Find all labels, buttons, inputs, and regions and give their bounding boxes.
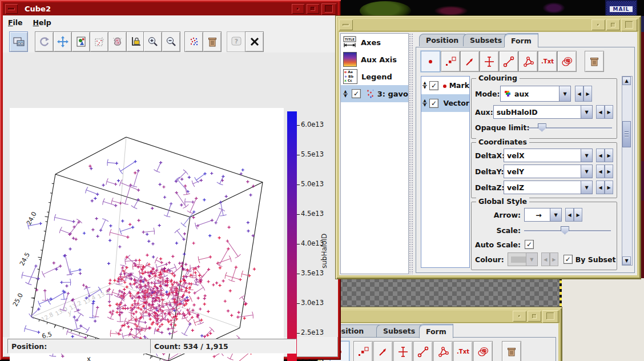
help-button[interactable]: ? (227, 31, 245, 52)
next-button[interactable]: ▶ (605, 181, 613, 194)
delete-layer-button[interactable] (203, 31, 222, 52)
prev-button[interactable]: ◀ (596, 149, 605, 162)
deltaz-combo[interactable]: velZ▼ (504, 181, 593, 194)
zoom-in-button[interactable] (143, 31, 162, 52)
mode-combo[interactable]: aux ▼ (500, 86, 571, 102)
mail-desktop-icon[interactable]: MAIL (605, 0, 637, 18)
lock-axes-button[interactable] (126, 31, 145, 52)
maximize-button[interactable] (528, 311, 541, 322)
next-button[interactable]: ▶ (605, 149, 613, 162)
cube2-titlebar[interactable]: Cube2 (3, 2, 338, 15)
tab-subsets[interactable]: Subsets (463, 34, 509, 46)
size-form-button[interactable] (441, 51, 460, 72)
settings-scrollbar[interactable]: ▲ ▼ (622, 76, 633, 266)
window-menu-button[interactable] (339, 19, 353, 30)
scale-slider[interactable] (524, 226, 611, 235)
plot-canvas[interactable]: 12.813.013.213.413.6y24.024.525.06.57.07… (10, 108, 284, 361)
arrow-combo[interactable]: →▼ (524, 208, 562, 222)
contour-form-button[interactable] (557, 51, 577, 72)
next-button[interactable]: ▶ (605, 105, 613, 119)
dropdown-arrow-icon[interactable]: ▼ (581, 106, 592, 118)
size-form-button[interactable] (353, 341, 373, 361)
opaque-limit-slider[interactable] (528, 123, 612, 133)
iconify-button[interactable] (292, 4, 304, 14)
form-item-mark[interactable]: ▲▼ ✓ Mark (421, 77, 469, 94)
reorder-handle-icon[interactable]: ▲▼ (422, 82, 427, 89)
form-item-vector[interactable]: ▲▼ ✓ Vector (421, 94, 469, 112)
reorder-handle-icon[interactable]: ▲▼ (422, 99, 427, 107)
mark-enabled-checkbox[interactable]: ✓ (429, 81, 438, 90)
error-form-button[interactable] (393, 341, 413, 361)
tab-form[interactable]: Form (504, 33, 538, 47)
vector-enabled-checkbox[interactable]: ✓ (429, 99, 438, 108)
deltay-combo[interactable]: velY▼ (504, 165, 593, 178)
reorder-handle-icon[interactable]: ▲▼ (343, 90, 348, 98)
prev-button[interactable]: ◀ (565, 208, 574, 222)
label-form-button[interactable]: .Txt (538, 51, 557, 72)
prev-button[interactable]: ◀ (596, 165, 605, 178)
tab-form[interactable]: Form (419, 324, 453, 338)
restore-button[interactable] (621, 19, 637, 31)
vector-form-button[interactable] (373, 341, 393, 361)
prev-button[interactable]: ◀ (596, 181, 605, 194)
replot-button[interactable] (35, 31, 54, 52)
splitter-handle[interactable] (409, 33, 414, 274)
restore-button[interactable] (321, 3, 336, 15)
iconify-button[interactable] (513, 311, 526, 322)
menu-help[interactable]: Help (28, 17, 57, 29)
dropdown-arrow-icon[interactable]: ▼ (559, 86, 570, 101)
layer-visible-checkbox[interactable]: ✓ (352, 89, 361, 98)
pan-button[interactable] (53, 31, 72, 52)
blob-region-button[interactable] (108, 31, 127, 52)
auto-scale-checkbox[interactable]: ✓ (525, 240, 534, 249)
visible-subset-button[interactable] (184, 31, 203, 52)
bottom-window-titlebar[interactable] (320, 310, 560, 323)
link3-form-button[interactable] (433, 341, 453, 361)
dropdown-arrow-icon[interactable]: ▼ (581, 165, 592, 178)
link2-form-button[interactable] (413, 341, 433, 361)
close-button[interactable] (245, 31, 264, 52)
delete-form-button[interactable] (585, 51, 604, 72)
contour-form-button[interactable] (473, 341, 493, 361)
dropdown-arrow-icon[interactable]: ▼ (581, 149, 592, 162)
control-window-titlebar[interactable] (338, 18, 638, 31)
restore-button[interactable] (542, 310, 558, 323)
scroll-down-button[interactable]: ▼ (622, 256, 631, 265)
by-subset-checkbox[interactable]: ✓ (564, 255, 573, 264)
error-form-button[interactable] (480, 51, 499, 72)
link2-form-button[interactable] (499, 51, 518, 72)
scroll-up-button[interactable]: ▲ (622, 77, 631, 85)
next-button[interactable]: ▶ (605, 165, 613, 178)
next-button[interactable]: ▶ (574, 208, 582, 222)
link3-form-button[interactable] (518, 51, 538, 72)
delete-form-button[interactable] (502, 341, 521, 361)
export-window-button[interactable] (9, 31, 28, 52)
next-button[interactable]: ▶ (583, 86, 592, 102)
mark-form-button[interactable] (421, 51, 440, 72)
zoom-region-button[interactable] (90, 31, 108, 52)
dropdown-arrow-icon[interactable]: ▼ (550, 208, 561, 221)
label-form-button[interactable]: .Txt (453, 341, 473, 361)
dropdown-arrow-icon[interactable]: ▼ (581, 181, 592, 194)
prev-button[interactable]: ◀ (596, 105, 605, 119)
stack-item-aux-axis[interactable]: Aux Axis (341, 51, 408, 68)
maximize-button[interactable] (606, 19, 620, 30)
vector-form-button[interactable] (460, 51, 480, 72)
zoom-out-button[interactable] (162, 31, 180, 52)
iconify-button[interactable] (591, 19, 605, 30)
slider-thumb[interactable] (561, 226, 569, 235)
slider-thumb[interactable] (538, 123, 546, 132)
menu-file[interactable]: File (3, 17, 28, 29)
prev-button[interactable]: ◀ (575, 86, 583, 102)
export-image-button[interactable] (71, 31, 90, 52)
stack-item-axes[interactable]: TITLE Axes (341, 34, 408, 51)
stack-item-layer-3[interactable]: ▲▼ ✓ 3: gavo (341, 85, 408, 102)
deltax-combo[interactable]: velX▼ (504, 149, 593, 162)
aux-combo[interactable]: subHaloID ▼ (493, 105, 593, 119)
window-menu-button[interactable] (5, 4, 18, 14)
scrollbar-thumb[interactable] (622, 121, 631, 147)
3d-cube-plot[interactable]: 12.813.013.213.413.6y24.024.525.06.57.07… (10, 108, 284, 361)
stack-item-legend[interactable]: o Aa+ Bbx Cc Legend (341, 68, 408, 85)
tab-position[interactable]: Position (419, 34, 465, 46)
maximize-button[interactable] (307, 4, 319, 14)
